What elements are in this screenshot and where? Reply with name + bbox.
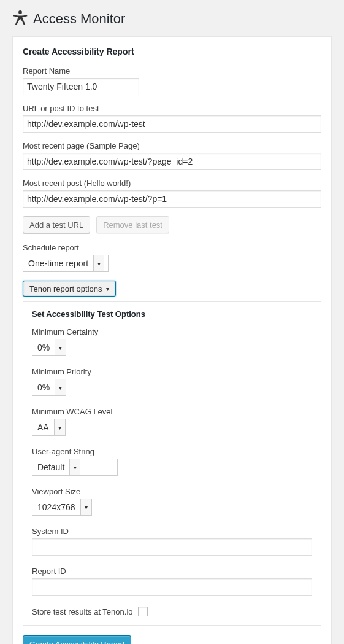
ua-label: User-agent String [32,447,312,456]
svg-point-0 [18,10,22,14]
viewport-select[interactable]: 1024x768 [32,499,92,516]
url-to-test-input[interactable] [23,115,321,133]
min-priority-select[interactable]: 0% [32,379,66,396]
store-results-label: Store test results at Tenon.io [32,607,133,616]
chevron-down-icon [54,419,65,435]
min-certainty-select[interactable]: 0% [32,339,66,356]
min-wcag-label: Minimum WCAG Level [32,407,312,416]
chevron-down-icon [55,339,66,355]
ua-value: Default [32,462,69,472]
min-priority-label: Minimum Priority [32,367,312,376]
url-to-test-label: URL or post ID to test [23,104,321,113]
ua-select[interactable]: Default [32,459,118,476]
recent-post-label: Most recent post (Hello world!) [23,179,321,188]
options-heading: Set Accessibility Test Options [32,309,312,319]
tenon-options-panel: Set Accessibility Test Options Minimum C… [23,301,321,626]
min-wcag-select[interactable]: AA [32,419,66,436]
page-title: Access Monitor [33,11,125,27]
create-report-form: Create Accessibility Report Report Name … [12,36,332,644]
schedule-value: One-time report [23,258,93,268]
system-id-input[interactable] [32,538,312,556]
system-id-label: System ID [32,527,312,536]
chevron-down-icon [55,379,66,395]
report-name-label: Report Name [23,66,321,76]
schedule-select[interactable]: One-time report [23,255,109,272]
schedule-label: Schedule report [23,243,321,252]
accessibility-icon [12,10,28,28]
recent-page-input[interactable] [23,153,321,170]
min-wcag-value: AA [32,422,54,432]
report-name-input[interactable] [23,78,139,95]
report-id-input[interactable] [32,578,312,596]
chevron-down-icon [69,459,80,475]
recent-page-label: Most recent page (Sample Page) [23,141,321,150]
add-test-url-button[interactable]: Add a test URL [23,216,90,233]
chevron-down-icon [93,255,104,271]
min-certainty-label: Minimum Certainty [32,327,312,336]
tenon-options-toggle[interactable]: Tenon report options [23,281,116,297]
report-id-label: Report ID [32,567,312,576]
min-priority-value: 0% [32,382,55,392]
store-results-checkbox[interactable] [138,607,148,616]
min-certainty-value: 0% [32,343,55,352]
create-report-button[interactable]: Create Accessibility Report [23,635,131,644]
viewport-label: Viewport Size [32,487,312,496]
remove-last-test-button[interactable]: Remove last test [96,216,169,233]
recent-post-input[interactable] [23,190,321,208]
form-heading: Create Accessibility Report [23,47,321,56]
viewport-value: 1024x768 [32,502,80,512]
chevron-down-icon [80,499,91,515]
